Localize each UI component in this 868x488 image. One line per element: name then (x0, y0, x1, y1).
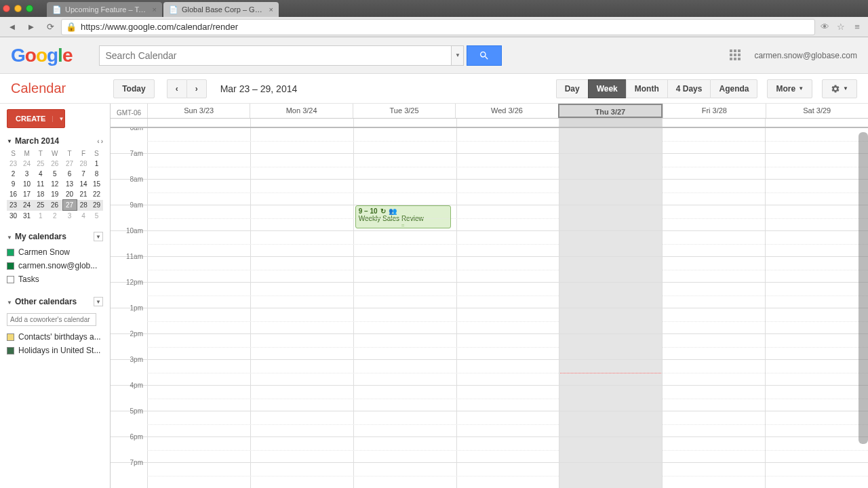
time-cell[interactable] (559, 437, 662, 462)
time-cell[interactable] (559, 360, 662, 385)
mini-cal-day[interactable]: 19 (47, 189, 62, 200)
mini-next[interactable]: › (101, 138, 103, 145)
prev-button[interactable]: ‹ (167, 79, 186, 98)
mini-cal-day[interactable]: 11 (34, 179, 47, 189)
view-agenda[interactable]: Agenda (710, 79, 757, 98)
time-cell[interactable] (456, 180, 559, 205)
time-cell[interactable] (765, 231, 868, 256)
mini-cal-day[interactable]: 27 (62, 159, 77, 169)
time-cell[interactable] (353, 128, 456, 153)
time-cell[interactable] (662, 154, 765, 179)
time-cell[interactable] (559, 283, 662, 308)
time-cell[interactable] (456, 257, 559, 282)
time-cell[interactable] (250, 205, 353, 230)
time-cell[interactable] (765, 386, 868, 411)
time-cell[interactable] (147, 128, 250, 153)
time-cell[interactable] (559, 154, 662, 179)
time-cell[interactable] (559, 334, 662, 359)
time-cell[interactable] (456, 463, 559, 488)
settings-button[interactable]: ▼ (822, 79, 857, 98)
user-email[interactable]: carmen.snow@globase.com (754, 51, 857, 60)
mini-cal-day[interactable]: 25 (34, 200, 47, 211)
view-month[interactable]: Month (626, 79, 667, 98)
time-cell[interactable] (765, 334, 868, 359)
allday-cell[interactable] (250, 119, 353, 127)
allday-cell[interactable] (662, 119, 765, 127)
time-cell[interactable] (559, 308, 662, 333)
add-coworker-input[interactable] (7, 313, 96, 326)
time-cell[interactable] (559, 231, 662, 256)
time-cell[interactable] (662, 334, 765, 359)
time-cell[interactable] (250, 411, 353, 436)
reload-button[interactable]: ⟳ (42, 19, 58, 35)
mini-cal-day[interactable]: 3 (20, 169, 34, 179)
mini-cal-day[interactable]: 7 (77, 169, 90, 179)
time-cell[interactable] (765, 308, 868, 333)
day-header[interactable]: Thu 3/27 (558, 104, 663, 118)
time-cell[interactable] (662, 411, 765, 436)
time-cell[interactable] (662, 180, 765, 205)
time-cell[interactable] (765, 257, 868, 282)
time-cell[interactable] (765, 283, 868, 308)
window-close[interactable] (3, 5, 10, 12)
time-cell[interactable] (456, 283, 559, 308)
time-cell[interactable] (662, 257, 765, 282)
resize-handle[interactable]: = (359, 224, 448, 227)
time-cell[interactable] (559, 205, 662, 230)
audio-icon[interactable]: 👁 (818, 20, 831, 34)
allday-cell[interactable] (147, 119, 250, 127)
my-calendars-header[interactable]: ▼My calendars ▼ (7, 232, 103, 241)
bookmark-icon[interactable]: ☆ (834, 20, 848, 34)
time-cell[interactable] (147, 360, 250, 385)
tab-close-icon[interactable]: × (153, 5, 157, 14)
time-cell[interactable] (456, 205, 559, 230)
calendar-item[interactable]: Carmen Snow (7, 245, 103, 259)
time-cell[interactable] (147, 308, 250, 333)
time-cell[interactable] (456, 386, 559, 411)
time-cell[interactable] (662, 463, 765, 488)
time-cell[interactable] (250, 308, 353, 333)
time-cell[interactable] (765, 463, 868, 488)
allday-cell[interactable] (456, 119, 559, 127)
time-cell[interactable] (456, 128, 559, 153)
mini-cal-day[interactable]: 12 (47, 179, 62, 189)
time-cell[interactable] (353, 463, 456, 488)
mini-cal-day[interactable]: 22 (90, 189, 103, 200)
time-cell[interactable] (765, 411, 868, 436)
mini-cal-day[interactable]: 8 (90, 169, 103, 179)
mini-cal-day[interactable]: 10 (20, 179, 34, 189)
calendar-item[interactable]: Tasks (7, 272, 103, 286)
search-button[interactable] (467, 45, 502, 66)
mini-cal-day[interactable]: 2 (47, 211, 62, 222)
time-cell[interactable] (662, 360, 765, 385)
time-cell[interactable] (765, 128, 868, 153)
view-week[interactable]: Week (588, 79, 626, 98)
mini-calendar[interactable]: SMTWTFS232425262728123456789101112131415… (7, 148, 103, 221)
time-cell[interactable] (765, 437, 868, 462)
time-cell[interactable] (456, 231, 559, 256)
time-cell[interactable] (559, 257, 662, 282)
day-header[interactable]: Tue 3/25 (353, 104, 455, 118)
mini-cal-day[interactable]: 24 (20, 159, 34, 169)
time-cell[interactable] (662, 283, 765, 308)
time-cell[interactable] (456, 154, 559, 179)
time-cell[interactable] (559, 386, 662, 411)
allday-cell[interactable] (765, 119, 868, 127)
time-cell[interactable] (662, 308, 765, 333)
calendar-item[interactable]: Holidays in United St... (7, 344, 103, 357)
time-cell[interactable] (662, 386, 765, 411)
mini-cal-day[interactable]: 30 (7, 211, 20, 222)
time-cell[interactable] (250, 283, 353, 308)
mini-cal-day[interactable]: 9 (7, 179, 20, 189)
search-dropdown[interactable]: ▼ (452, 45, 464, 66)
time-cell[interactable] (147, 154, 250, 179)
mini-cal-day[interactable]: 4 (34, 169, 47, 179)
time-cell[interactable] (147, 205, 250, 230)
mini-cal-day[interactable]: 28 (77, 200, 90, 211)
url-bar[interactable]: 🔒 https://www.google.com/calendar/render (61, 19, 815, 35)
time-cell[interactable] (250, 154, 353, 179)
calendar-item[interactable]: carmen.snow@glob... (7, 259, 103, 272)
mini-cal-day[interactable]: 18 (34, 189, 47, 200)
browser-tab[interactable]: 📄Global Base Corp – GSuite× (163, 2, 279, 17)
other-calendars-menu[interactable]: ▼ (94, 297, 103, 306)
